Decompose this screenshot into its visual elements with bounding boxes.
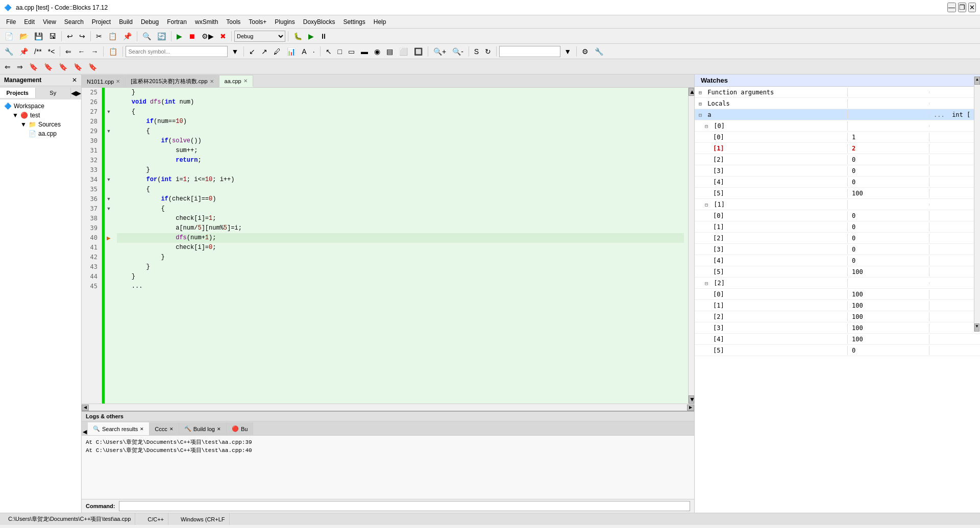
management-close-button[interactable]: ✕ xyxy=(72,77,77,84)
tb2-btn2[interactable]: 📌 xyxy=(17,45,31,58)
open-button[interactable]: 📂 xyxy=(17,30,31,42)
tb2-refresh[interactable]: ↻ xyxy=(482,45,494,58)
expand-a2[interactable]: ⊟ xyxy=(705,281,708,286)
new-button[interactable]: 📄 xyxy=(2,30,16,42)
watches-scroll-down[interactable]: ▼ xyxy=(974,323,979,332)
log-tab-buildlog-close[interactable]: ✕ xyxy=(217,426,221,432)
sources-item[interactable]: ▼ 📁 Sources xyxy=(18,120,79,129)
menu-item-help[interactable]: Help xyxy=(370,17,390,27)
tb2-btn1[interactable]: 🔧 xyxy=(2,45,16,58)
tb2-btn4[interactable]: *< xyxy=(45,45,58,58)
menu-item-fortran[interactable]: Fortran xyxy=(163,17,191,27)
tb2-shape6[interactable]: ⬜ xyxy=(397,45,410,58)
debug-btn1[interactable]: 🐛 xyxy=(291,30,305,42)
menu-item-wxsmith[interactable]: wxSmith xyxy=(191,17,222,27)
menu-item-file[interactable]: File xyxy=(2,17,20,27)
log-tab-bu[interactable]: 🔴 Bu xyxy=(227,422,253,435)
minimize-button[interactable]: — xyxy=(947,3,956,12)
tab-nav-next[interactable]: ▶ xyxy=(76,89,81,97)
symbol-dropdown[interactable]: ▼ xyxy=(229,45,241,58)
restore-button[interactable]: ❐ xyxy=(958,3,966,12)
log-tab-cccc[interactable]: Cccc ✕ xyxy=(150,422,179,435)
tb2-highlighter[interactable]: 🖊 xyxy=(271,45,283,58)
find-button[interactable]: 🔍 xyxy=(140,30,154,42)
save-button[interactable]: 💾 xyxy=(32,30,45,42)
tb2-gear[interactable]: ⚙ xyxy=(579,45,591,58)
expand-a0[interactable]: ⊟ xyxy=(705,123,708,129)
expand-locals[interactable]: ⊞ xyxy=(699,101,702,107)
tb2-highlight2[interactable]: 📊 xyxy=(284,45,298,58)
tab-lanqiao-close[interactable]: ✕ xyxy=(210,79,214,84)
tb2-nav-prev[interactable]: ⇐ xyxy=(63,45,74,58)
debug-bookmark5[interactable]: 🔖 xyxy=(86,61,100,73)
log-tab-search-close[interactable]: ✕ xyxy=(140,426,144,432)
tab-lanqiao[interactable]: [蓝桥杯2015决赛]方格填数.cpp ✕ xyxy=(126,75,219,87)
tb2-settings2[interactable]: 🔧 xyxy=(592,45,606,58)
command-input[interactable] xyxy=(119,501,690,511)
tab-n1011[interactable]: N1011.cpp ✕ xyxy=(82,75,126,87)
debug-nav2[interactable]: ⇒ xyxy=(14,61,26,73)
tb2-nav-fwd[interactable]: → xyxy=(88,45,101,58)
menu-item-edit[interactable]: Edit xyxy=(20,17,39,27)
run-button[interactable]: ▶ xyxy=(174,30,185,42)
debug-bookmark4[interactable]: 🔖 xyxy=(71,61,85,73)
tb2-rect2[interactable]: ▭ xyxy=(346,45,357,58)
code-search-input[interactable] xyxy=(499,46,560,57)
menu-item-settings[interactable]: Settings xyxy=(339,17,369,27)
tab-aa[interactable]: aa.cpp ✕ xyxy=(219,75,253,87)
tb2-cursor[interactable]: ↖ xyxy=(323,45,334,58)
tb2-dot[interactable]: · xyxy=(310,45,317,58)
save-all-button[interactable]: 🖫 xyxy=(46,30,59,42)
undo-button[interactable]: ↩ xyxy=(64,30,76,42)
tb2-link2[interactable]: ↗ xyxy=(259,45,270,58)
expand-func-args[interactable]: ⊞ xyxy=(699,90,702,95)
tb2-btn3[interactable]: /** xyxy=(32,45,44,58)
menu-item-tools+[interactable]: Tools+ xyxy=(244,17,271,27)
code-editor[interactable]: 2526272829 3031323334 3536373839 4041424… xyxy=(82,88,694,404)
tb2-nav-back[interactable]: ← xyxy=(75,45,87,58)
hscroll-right[interactable]: ▶ xyxy=(687,405,694,411)
debug-bookmark3[interactable]: 🔖 xyxy=(56,61,70,73)
cut-button[interactable]: ✂ xyxy=(93,30,105,42)
menu-item-search[interactable]: Search xyxy=(60,17,88,27)
expand-a1[interactable]: ⊟ xyxy=(705,202,708,208)
debug-stop[interactable]: ⏸ xyxy=(317,30,330,42)
menu-item-plugins[interactable]: Plugins xyxy=(271,17,299,27)
tb2-s[interactable]: S xyxy=(472,45,481,58)
workspace-item[interactable]: 🔷 Workspace xyxy=(2,102,79,111)
log-tab-buildlog[interactable]: 🔨 Build log ✕ xyxy=(179,422,227,435)
tab-symbols[interactable]: Sy xyxy=(36,88,71,98)
build-mode-select[interactable]: Debug xyxy=(234,31,285,42)
log-nav-left[interactable]: ◀ xyxy=(82,429,88,435)
scroll-up[interactable]: ▲ xyxy=(689,88,694,96)
zoom-in-button[interactable]: 🔍+ xyxy=(431,45,449,58)
menu-item-debug[interactable]: Debug xyxy=(137,17,163,27)
log-tab-cccc-close[interactable]: ✕ xyxy=(169,426,174,432)
debug-nav1[interactable]: ⇐ xyxy=(2,61,13,73)
project-item[interactable]: ▼ 🔴 test xyxy=(10,111,79,120)
debug-bookmark2[interactable]: 🔖 xyxy=(41,61,55,73)
tb2-shape7[interactable]: 🔲 xyxy=(411,45,425,58)
compile-run-button[interactable]: ⚙▶ xyxy=(199,30,216,42)
copy-button[interactable]: 📋 xyxy=(106,30,119,42)
code-area[interactable]: } void dfs(int num) { if(num==10) { if(s… xyxy=(113,88,688,404)
tb2-link1[interactable]: ↙ xyxy=(247,45,258,58)
paste-button[interactable]: 📌 xyxy=(120,30,134,42)
menu-item-tools[interactable]: Tools xyxy=(222,17,244,27)
menu-item-doxyblocks[interactable]: DoxyBlocks xyxy=(299,17,339,27)
debug-run[interactable]: ▶ xyxy=(306,30,316,42)
log-nav-prev-btn[interactable]: ◀ xyxy=(83,429,87,435)
scroll-down[interactable]: ▼ xyxy=(689,395,694,404)
code-search-dropdown[interactable]: ▼ xyxy=(561,45,574,58)
tab-aa-close[interactable]: ✕ xyxy=(243,78,248,84)
tab-nav-prev[interactable]: ◀ xyxy=(71,89,76,97)
abort-button[interactable]: ✖ xyxy=(217,30,229,42)
tb2-font[interactable]: A xyxy=(299,45,309,58)
close-button[interactable]: ✕ xyxy=(968,3,976,12)
tab-n1011-close[interactable]: ✕ xyxy=(116,79,120,84)
editor-scrollbar[interactable]: ▲ ▼ xyxy=(688,88,694,404)
watches-scroll-up[interactable]: ▲ xyxy=(974,77,980,85)
watches-scrollbar[interactable]: ▲ ▼ xyxy=(974,77,980,332)
symbol-search-input[interactable] xyxy=(126,46,228,57)
tb2-rect[interactable]: □ xyxy=(335,45,345,58)
